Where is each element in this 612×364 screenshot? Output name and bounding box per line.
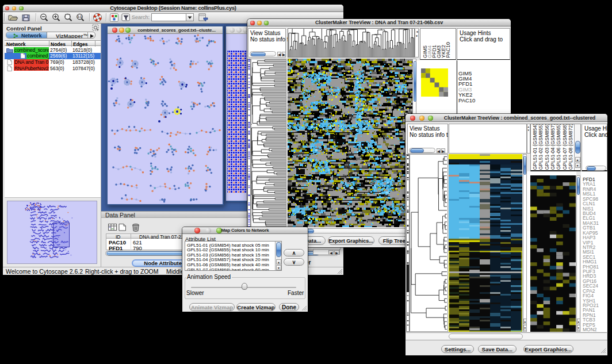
svg-text:1:1: 1:1: [78, 15, 82, 18]
